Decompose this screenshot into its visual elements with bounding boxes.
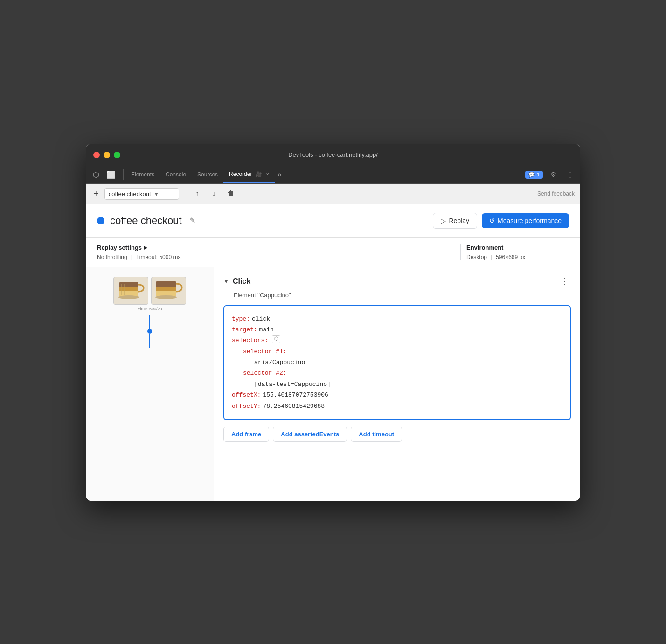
add-frame-button[interactable]: Add frame (223, 427, 269, 442)
replay-button[interactable]: ▷ Replay (433, 213, 477, 229)
offsetx-key: offsetX: (232, 390, 261, 400)
settings-arrow-icon: ▶ (144, 245, 147, 250)
recording-status-dot (97, 217, 104, 224)
action-buttons: Add frame Add assertedEvents Add timeout (223, 427, 571, 442)
code-type-line: type: click (232, 314, 562, 324)
step-more-button[interactable]: ⋮ (558, 275, 571, 288)
main-content: coffee checkout ✎ ▷ Replay ↺ Measure per… (86, 204, 580, 501)
target-key: target: (232, 324, 257, 335)
selectors-key: selectors: (232, 335, 268, 346)
target-val: main (259, 324, 274, 335)
settings-bar: Replay settings ▶ No throttling | Timeou… (86, 238, 580, 267)
step-element-label: Element "Cappucino" (234, 292, 571, 299)
tab-console[interactable]: Console (160, 166, 192, 183)
environment-section: Environment Desktop | 596×669 px (466, 244, 569, 260)
settings-separator: | (131, 254, 132, 260)
code-target-line: target: main (232, 324, 562, 335)
offsety-key: offsetY: (232, 401, 261, 412)
step-indicator (147, 315, 152, 348)
import-icon[interactable]: ↓ (208, 187, 221, 200)
device-icon[interactable]: ⬜ (104, 168, 118, 181)
more-menu-icon[interactable]: ⋮ (563, 168, 576, 181)
minimize-button[interactable] (104, 152, 110, 158)
code-selectors-line: selectors: ⬡ (232, 335, 562, 346)
svg-rect-9 (156, 287, 176, 291)
selector1-key: selector #1: (243, 346, 287, 357)
selector2-val: [data-test=Cappucino] (254, 379, 331, 390)
code-selector1-val-line: aria/Cappucino (232, 357, 562, 368)
type-key: type: (232, 314, 250, 324)
step-line-2 (149, 334, 150, 348)
desktop-label: Desktop (466, 254, 487, 260)
environment-details: Desktop | 596×669 px (466, 254, 569, 260)
recording-title: coffee checkout (110, 215, 182, 227)
resolution-label: 596×669 px (496, 254, 525, 260)
replay-play-icon: ▷ (441, 217, 446, 224)
environment-title: Environment (466, 244, 569, 251)
steps-sidebar: Eime: 500/20 (86, 267, 214, 501)
selector-tool-icon[interactable]: ⬡ (272, 335, 280, 343)
add-timeout-button[interactable]: Add timeout (351, 427, 402, 442)
titlebar-buttons (93, 152, 120, 158)
replay-settings-title[interactable]: Replay settings ▶ (97, 244, 455, 251)
recording-selector[interactable]: coffee checkout ▾ (104, 188, 179, 200)
tab-elements[interactable]: Elements (125, 166, 160, 183)
recording-header: coffee checkout ✎ ▷ Replay ↺ Measure per… (86, 204, 580, 238)
tab-divider (123, 169, 124, 180)
tab-more-icon[interactable]: » (275, 170, 284, 179)
svg-point-4 (118, 295, 139, 299)
step-code-block: type: click target: main selectors: ⬡ se… (223, 305, 571, 420)
pointer-icon[interactable]: ⬡ (90, 168, 103, 181)
settings-icon[interactable]: ⚙ (547, 168, 560, 181)
chevron-down-icon: ▾ (155, 190, 158, 197)
svg-rect-2 (119, 287, 138, 291)
edit-title-icon[interactable]: ✎ (189, 216, 195, 225)
svg-rect-8 (156, 281, 176, 287)
offsetx-val: 155.40187072753906 (263, 390, 328, 400)
tab-recorder[interactable]: Recorder 🎥 × (223, 166, 275, 183)
thumb-label: Eime: 500/20 (137, 307, 162, 311)
recorder-toolbar: + coffee checkout ▾ ↑ ↓ 🗑 Send feedback (86, 184, 580, 204)
export-icon[interactable]: ↑ (191, 187, 204, 200)
step-thumb-1 (113, 277, 148, 305)
devtools-window: DevTools - coffee-cart.netlify.app/ ⬡ ⬜ … (86, 144, 580, 501)
tab-close-icon[interactable]: × (266, 171, 269, 177)
tab-sources[interactable]: Sources (192, 166, 223, 183)
tab-icons: ⬡ ⬜ (90, 168, 118, 181)
maximize-button[interactable] (114, 152, 120, 158)
feedback-badge[interactable]: 💬 1 (525, 171, 543, 179)
measure-performance-button[interactable]: ↺ Measure performance (482, 213, 569, 228)
replay-settings-section: Replay settings ▶ No throttling | Timeou… (97, 244, 455, 260)
selector2-key: selector #2: (243, 368, 287, 378)
step-thumb-2 (151, 277, 186, 305)
step-header: ▼ Click ⋮ (223, 275, 571, 288)
thumb-2 (151, 277, 186, 305)
svg-point-11 (155, 295, 177, 299)
step-sidebar-inner: Eime: 500/20 (90, 272, 209, 352)
step-collapse-icon[interactable]: ▼ (223, 278, 229, 285)
toolbar-divider (185, 188, 185, 199)
step-type-label: Click (233, 277, 250, 286)
code-selector2-line: selector #2: (232, 368, 562, 378)
send-feedback-link[interactable]: Send feedback (537, 190, 575, 197)
titlebar: DevTools - coffee-cart.netlify.app/ (86, 144, 580, 166)
add-recording-button[interactable]: + (91, 187, 101, 200)
tab-right-area: 💬 1 ⚙ ⋮ (525, 168, 576, 181)
delete-icon[interactable]: 🗑 (224, 187, 237, 200)
thumb-1 (113, 277, 148, 305)
throttling-label: No throttling (97, 254, 127, 260)
add-asserted-events-button[interactable]: Add assertedEvents (273, 427, 347, 442)
type-val: click (252, 314, 270, 324)
selector1-val: aria/Cappucino (254, 357, 305, 368)
timeout-label: Timeout: 5000 ms (136, 254, 181, 260)
env-separator: | (491, 254, 492, 260)
window-title: DevTools - coffee-cart.netlify.app/ (288, 151, 378, 158)
step-dot (147, 329, 152, 334)
measure-icon: ↺ (489, 217, 495, 224)
code-offsety-line: offsetY: 78.25460815429688 (232, 401, 562, 412)
step-line (149, 315, 150, 329)
close-button[interactable] (93, 152, 100, 158)
steps-area: Eime: 500/20 ▼ Click ⋮ Element (86, 267, 580, 501)
code-selector2-val-line: [data-test=Cappucino] (232, 379, 562, 390)
step-detail-panel: ▼ Click ⋮ Element "Cappucino" type: clic… (214, 267, 580, 501)
